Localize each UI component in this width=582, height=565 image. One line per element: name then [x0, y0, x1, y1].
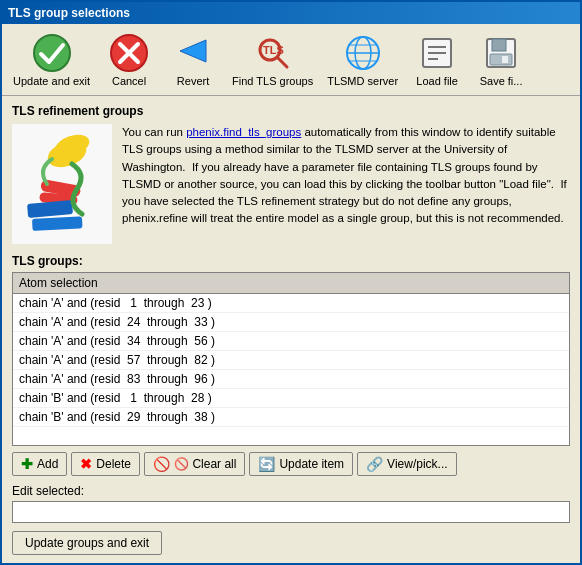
delete-button[interactable]: ✖ Delete — [71, 452, 140, 476]
add-label: Add — [37, 457, 58, 471]
view-pick-label: View/pick... — [387, 457, 447, 471]
table-row[interactable]: chain 'B' and (resid 29 through 38 ) — [13, 408, 569, 427]
load-file-icon — [417, 33, 457, 73]
tlsmd-label: TLSMD server — [327, 75, 398, 87]
edit-selected-section: Edit selected: — [12, 484, 570, 523]
checkmark-icon — [32, 33, 72, 73]
bottom-buttons: Update groups and exit — [12, 531, 570, 555]
svg-rect-20 — [502, 56, 508, 63]
title-bar: TLS group selections — [2, 2, 580, 24]
table-header: Atom selection — [13, 273, 569, 294]
table-row[interactable]: chain 'A' and (resid 1 through 23 ) — [13, 294, 569, 313]
tlsmd-server-button[interactable]: TLSMD server — [322, 30, 403, 90]
svg-rect-18 — [492, 39, 506, 51]
revert-icon — [173, 33, 213, 73]
cancel-label: Cancel — [112, 75, 146, 87]
update-groups-exit-label: Update groups and exit — [25, 536, 149, 550]
tls-groups-label: TLS groups: — [12, 254, 570, 268]
cancel-button[interactable]: Cancel — [99, 30, 159, 90]
add-icon: ✚ — [21, 456, 33, 472]
svg-marker-4 — [180, 40, 206, 62]
tls-groups-section: TLS groups: Atom selection chain 'A' and… — [12, 254, 570, 555]
revert-label: Revert — [177, 75, 209, 87]
table-row[interactable]: chain 'A' and (resid 24 through 33 ) — [13, 313, 569, 332]
table-row[interactable]: chain 'A' and (resid 57 through 82 ) — [13, 351, 569, 370]
action-buttons: ✚ Add ✖ Delete 🚫 🚫 Clear all 🔄 Update it… — [12, 452, 570, 476]
toolbar: Update and exit Cancel Revert — [2, 24, 580, 96]
protein-image — [12, 124, 112, 244]
load-file-label: Load file — [416, 75, 458, 87]
info-section: You can run phenix.find_tls_groups autom… — [12, 124, 570, 244]
table-row[interactable]: chain 'B' and (resid 1 through 28 ) — [13, 389, 569, 408]
find-tls-icon: TLS — [253, 33, 293, 73]
save-file-icon — [481, 33, 521, 73]
update-item-label: Update item — [279, 457, 344, 471]
svg-text:TLS: TLS — [263, 44, 284, 56]
cancel-icon — [109, 33, 149, 73]
tlsmd-icon — [343, 33, 383, 73]
main-window: TLS group selections Update and exit — [0, 0, 582, 565]
clear-all-button[interactable]: 🚫 🚫 Clear all — [144, 452, 245, 476]
update-icon: 🔄 — [258, 456, 275, 472]
save-file-button[interactable]: Save fi... — [471, 30, 531, 90]
window-title: TLS group selections — [8, 6, 130, 20]
update-groups-exit-button[interactable]: Update groups and exit — [12, 531, 162, 555]
view-pick-icon: 🔗 — [366, 456, 383, 472]
delete-icon: ✖ — [80, 456, 92, 472]
table-row[interactable]: chain 'A' and (resid 83 through 96 ) — [13, 370, 569, 389]
edit-selected-input[interactable] — [12, 501, 570, 523]
update-and-exit-button[interactable]: Update and exit — [8, 30, 95, 90]
info-text-block: You can run phenix.find_tls_groups autom… — [122, 124, 570, 244]
find-tls-groups-button[interactable]: TLS Find TLS groups — [227, 30, 318, 90]
svg-rect-19 — [490, 54, 512, 65]
clear-all-label: 🚫 Clear all — [174, 457, 236, 471]
find-tls-label: Find TLS groups — [232, 75, 313, 87]
tls-groups-table[interactable]: Atom selection chain 'A' and (resid 1 th… — [12, 272, 570, 446]
svg-line-6 — [277, 57, 287, 67]
revert-button[interactable]: Revert — [163, 30, 223, 90]
edit-selected-label: Edit selected: — [12, 484, 570, 498]
update-item-button[interactable]: 🔄 Update item — [249, 452, 353, 476]
clear-icon: 🚫 — [153, 456, 170, 472]
refinement-group-heading: TLS refinement groups — [12, 104, 570, 118]
delete-label: Delete — [96, 457, 131, 471]
main-content: TLS refinement groups — [2, 96, 580, 563]
load-file-button[interactable]: Load file — [407, 30, 467, 90]
update-exit-label: Update and exit — [13, 75, 90, 87]
save-file-label: Save fi... — [480, 75, 523, 87]
add-button[interactable]: ✚ Add — [12, 452, 67, 476]
table-row[interactable]: chain 'A' and (resid 34 through 56 ) — [13, 332, 569, 351]
view-pick-button[interactable]: 🔗 View/pick... — [357, 452, 456, 476]
